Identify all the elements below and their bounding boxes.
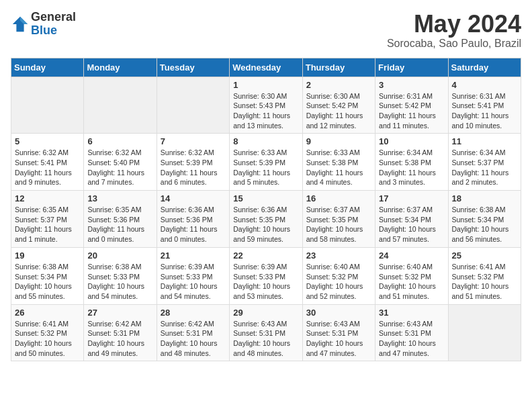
day-number: 1 <box>233 80 298 90</box>
day-info: Sunrise: 6:43 AM Sunset: 5:31 PM Dayligh… <box>306 319 371 359</box>
day-info: Sunrise: 6:43 AM Sunset: 5:31 PM Dayligh… <box>379 319 444 359</box>
calendar-cell: 8Sunrise: 6:33 AM Sunset: 5:39 PM Daylig… <box>230 134 302 191</box>
calendar-cell: 20Sunrise: 6:38 AM Sunset: 5:33 PM Dayli… <box>84 247 157 304</box>
weekday-header-row: SundayMondayTuesdayWednesdayThursdayFrid… <box>11 58 521 77</box>
logo-text: General Blue <box>31 11 76 38</box>
day-info: Sunrise: 6:31 AM Sunset: 5:42 PM Dayligh… <box>379 91 444 131</box>
day-info: Sunrise: 6:37 AM Sunset: 5:35 PM Dayligh… <box>306 205 371 244</box>
calendar-week-row: 19Sunrise: 6:38 AM Sunset: 5:34 PM Dayli… <box>11 247 521 304</box>
calendar-cell: 26Sunrise: 6:41 AM Sunset: 5:32 PM Dayli… <box>11 304 84 361</box>
day-number: 18 <box>452 193 517 203</box>
calendar-cell: 11Sunrise: 6:34 AM Sunset: 5:37 PM Dayli… <box>448 134 521 191</box>
day-number: 29 <box>233 308 298 318</box>
day-info: Sunrise: 6:35 AM Sunset: 5:37 PM Dayligh… <box>15 205 80 244</box>
calendar-cell: 3Sunrise: 6:31 AM Sunset: 5:42 PM Daylig… <box>375 77 448 134</box>
calendar-cell: 24Sunrise: 6:40 AM Sunset: 5:32 PM Dayli… <box>375 247 448 304</box>
day-number: 20 <box>87 250 152 261</box>
weekday-header: Wednesday <box>230 58 302 77</box>
calendar-cell: 18Sunrise: 6:38 AM Sunset: 5:34 PM Dayli… <box>448 191 521 248</box>
title-area: May 2024 Sorocaba, Sao Paulo, Brazil <box>387 11 521 50</box>
calendar-cell: 2Sunrise: 6:30 AM Sunset: 5:42 PM Daylig… <box>302 77 375 134</box>
day-number: 25 <box>452 250 517 261</box>
day-number: 4 <box>452 80 517 90</box>
day-number: 6 <box>87 136 152 146</box>
calendar-cell: 7Sunrise: 6:32 AM Sunset: 5:39 PM Daylig… <box>157 134 229 191</box>
day-number: 15 <box>233 193 298 203</box>
day-number: 10 <box>379 136 444 146</box>
day-number: 7 <box>161 136 226 146</box>
weekday-header: Thursday <box>302 58 375 77</box>
calendar-cell: 19Sunrise: 6:38 AM Sunset: 5:34 PM Dayli… <box>11 247 84 304</box>
day-info: Sunrise: 6:32 AM Sunset: 5:41 PM Dayligh… <box>15 148 80 187</box>
calendar-week-row: 1Sunrise: 6:30 AM Sunset: 5:43 PM Daylig… <box>11 77 521 134</box>
day-info: Sunrise: 6:33 AM Sunset: 5:38 PM Dayligh… <box>306 148 371 187</box>
logo: General Blue <box>11 11 76 38</box>
day-info: Sunrise: 6:41 AM Sunset: 5:32 PM Dayligh… <box>452 262 517 302</box>
weekday-header: Friday <box>375 58 448 77</box>
day-info: Sunrise: 6:30 AM Sunset: 5:43 PM Dayligh… <box>233 91 298 131</box>
page-header: General Blue May 2024 Sorocaba, Sao Paul… <box>11 11 521 50</box>
day-info: Sunrise: 6:30 AM Sunset: 5:42 PM Dayligh… <box>306 91 371 131</box>
location-subtitle: Sorocaba, Sao Paulo, Brazil <box>387 38 521 50</box>
calendar-cell: 28Sunrise: 6:42 AM Sunset: 5:31 PM Dayli… <box>157 304 229 361</box>
calendar-cell: 31Sunrise: 6:43 AM Sunset: 5:31 PM Dayli… <box>375 304 448 361</box>
day-info: Sunrise: 6:39 AM Sunset: 5:33 PM Dayligh… <box>161 262 226 302</box>
day-info: Sunrise: 6:40 AM Sunset: 5:32 PM Dayligh… <box>306 262 371 302</box>
day-number: 14 <box>161 193 226 203</box>
weekday-header: Tuesday <box>157 58 229 77</box>
day-info: Sunrise: 6:38 AM Sunset: 5:34 PM Dayligh… <box>15 262 80 302</box>
day-number: 28 <box>161 308 226 318</box>
day-number: 24 <box>379 250 444 261</box>
day-info: Sunrise: 6:32 AM Sunset: 5:40 PM Dayligh… <box>87 148 152 187</box>
calendar-cell: 5Sunrise: 6:32 AM Sunset: 5:41 PM Daylig… <box>11 134 84 191</box>
logo-general-text: General <box>31 11 76 24</box>
calendar-cell: 4Sunrise: 6:31 AM Sunset: 5:41 PM Daylig… <box>448 77 521 134</box>
weekday-header: Saturday <box>448 58 521 77</box>
day-number: 12 <box>15 193 80 203</box>
logo-icon <box>11 15 30 34</box>
day-number: 8 <box>233 136 298 146</box>
day-number: 19 <box>15 250 80 261</box>
calendar-cell: 30Sunrise: 6:43 AM Sunset: 5:31 PM Dayli… <box>302 304 375 361</box>
day-info: Sunrise: 6:35 AM Sunset: 5:36 PM Dayligh… <box>87 205 152 244</box>
calendar-cell: 21Sunrise: 6:39 AM Sunset: 5:33 PM Dayli… <box>157 247 229 304</box>
calendar-cell: 9Sunrise: 6:33 AM Sunset: 5:38 PM Daylig… <box>302 134 375 191</box>
calendar-cell: 1Sunrise: 6:30 AM Sunset: 5:43 PM Daylig… <box>230 77 302 134</box>
calendar-cell: 15Sunrise: 6:36 AM Sunset: 5:35 PM Dayli… <box>230 191 302 248</box>
calendar-week-row: 12Sunrise: 6:35 AM Sunset: 5:37 PM Dayli… <box>11 191 521 248</box>
logo-blue-text: Blue <box>31 24 76 38</box>
day-number: 11 <box>452 136 517 146</box>
day-info: Sunrise: 6:34 AM Sunset: 5:38 PM Dayligh… <box>379 148 444 187</box>
day-number: 21 <box>161 250 226 261</box>
day-number: 26 <box>15 308 80 318</box>
day-info: Sunrise: 6:31 AM Sunset: 5:41 PM Dayligh… <box>452 91 517 131</box>
calendar-cell <box>84 77 157 134</box>
calendar-cell: 22Sunrise: 6:39 AM Sunset: 5:33 PM Dayli… <box>230 247 302 304</box>
day-info: Sunrise: 6:34 AM Sunset: 5:37 PM Dayligh… <box>452 148 517 187</box>
day-number: 27 <box>87 308 152 318</box>
calendar-week-row: 26Sunrise: 6:41 AM Sunset: 5:32 PM Dayli… <box>11 304 521 361</box>
calendar-cell: 14Sunrise: 6:36 AM Sunset: 5:36 PM Dayli… <box>157 191 229 248</box>
day-info: Sunrise: 6:32 AM Sunset: 5:39 PM Dayligh… <box>161 148 226 187</box>
month-year-title: May 2024 <box>387 11 521 38</box>
day-number: 9 <box>306 136 371 146</box>
day-number: 30 <box>306 308 371 318</box>
day-number: 17 <box>379 193 444 203</box>
calendar-cell: 12Sunrise: 6:35 AM Sunset: 5:37 PM Dayli… <box>11 191 84 248</box>
calendar-cell: 6Sunrise: 6:32 AM Sunset: 5:40 PM Daylig… <box>84 134 157 191</box>
day-number: 2 <box>306 80 371 90</box>
day-info: Sunrise: 6:39 AM Sunset: 5:33 PM Dayligh… <box>233 262 298 302</box>
calendar-cell <box>11 77 84 134</box>
calendar-cell: 17Sunrise: 6:37 AM Sunset: 5:34 PM Dayli… <box>375 191 448 248</box>
day-info: Sunrise: 6:40 AM Sunset: 5:32 PM Dayligh… <box>379 262 444 302</box>
day-info: Sunrise: 6:38 AM Sunset: 5:33 PM Dayligh… <box>87 262 152 302</box>
day-info: Sunrise: 6:37 AM Sunset: 5:34 PM Dayligh… <box>379 205 444 244</box>
calendar-cell: 25Sunrise: 6:41 AM Sunset: 5:32 PM Dayli… <box>448 247 521 304</box>
weekday-header: Monday <box>84 58 157 77</box>
day-number: 23 <box>306 250 371 261</box>
day-number: 22 <box>233 250 298 261</box>
day-number: 16 <box>306 193 371 203</box>
day-info: Sunrise: 6:33 AM Sunset: 5:39 PM Dayligh… <box>233 148 298 187</box>
day-info: Sunrise: 6:38 AM Sunset: 5:34 PM Dayligh… <box>452 205 517 244</box>
calendar-week-row: 5Sunrise: 6:32 AM Sunset: 5:41 PM Daylig… <box>11 134 521 191</box>
